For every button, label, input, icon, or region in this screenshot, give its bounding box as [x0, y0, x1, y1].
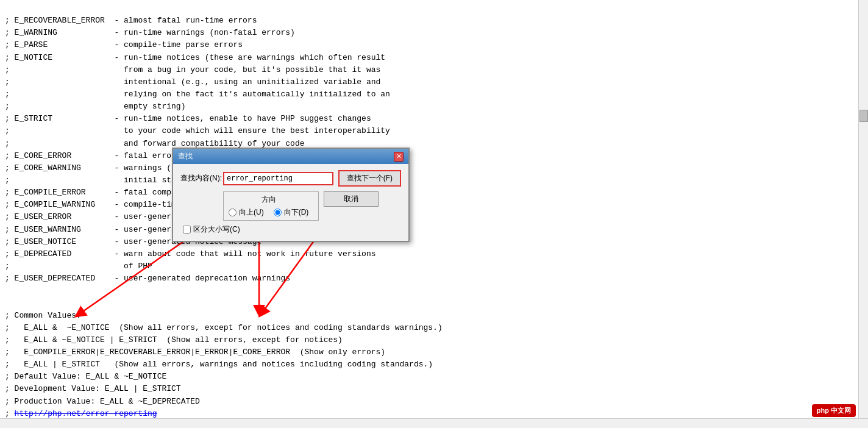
- case-sensitive-label: 区分大小写(C): [193, 224, 240, 235]
- dialog-body: 查找内容(N): 查找下一个(F) 方向 向上(U) 向下(D): [173, 164, 408, 241]
- direction-group-label: 方向: [229, 194, 308, 205]
- search-row: 查找内容(N): 查找下一个(F): [180, 170, 401, 187]
- text-line-21: ; of PHP: [5, 262, 152, 271]
- cancel-button[interactable]: 取消: [324, 191, 379, 207]
- text-line-cv1: ; E_ALL & ~E_NOTICE (Show all errors, ex…: [5, 323, 443, 332]
- main-text-area: ; E_RECOVERABLE_ERROR - almost fatal run…: [0, 0, 853, 421]
- text-line-common: ; Common Values:: [5, 311, 81, 320]
- text-line-cv3: ; E_COMPILE_ERROR|E_RECOVERABLE_ERROR|E_…: [5, 348, 385, 357]
- cancel-btn-area: 取消: [324, 191, 379, 207]
- url-link[interactable]: http://php.net/error-reporting: [15, 409, 157, 418]
- case-sensitive-checkbox[interactable]: [183, 226, 191, 234]
- text-line-1: ; E_RECOVERABLE_ERROR - almost fatal run…: [5, 16, 257, 25]
- horizontal-scrollbar[interactable]: [0, 418, 868, 428]
- text-line-dev: ; Development Value: E_ALL | E_STRICT: [5, 384, 181, 393]
- direction-options: 向上(U) 向下(D): [229, 207, 308, 218]
- text-line-14: ; initial startup: [5, 176, 195, 185]
- scrollbar-thumb[interactable]: [859, 110, 868, 122]
- text-line-2: ; E_WARNING - run-time warnings (non-fat…: [5, 28, 295, 37]
- php-logo-text: php: [817, 407, 829, 414]
- find-next-button[interactable]: 查找下一个(F): [338, 170, 401, 187]
- search-input[interactable]: [223, 172, 333, 185]
- vertical-scrollbar[interactable]: [858, 0, 868, 421]
- dialog-title: 查找: [178, 151, 193, 162]
- text-line-cv4: ; E_ALL | E_STRICT (Show all errors, war…: [5, 360, 433, 369]
- text-line-4: ; E_NOTICE - run-time notices (these are…: [5, 53, 385, 62]
- text-line-default: ; Default Value: E_ALL & ~E_NOTICE: [5, 372, 166, 381]
- text-line-url: ; http://php.net/error-reporting: [5, 409, 157, 418]
- direction-down-label: 向下(D): [284, 207, 309, 218]
- find-dialog[interactable]: 查找 ✕ 查找内容(N): 查找下一个(F) 方向 向上(U) 向下(D): [172, 148, 410, 242]
- direction-up-label: 向上(U): [239, 207, 264, 218]
- text-line-20: ; E_DEPRECATED - warn about code that wi…: [5, 249, 376, 259]
- text-line-prod: ; Production Value: E_ALL & ~E_DEPRECATE…: [5, 397, 200, 406]
- text-line-3: ; E_PARSE - compile-time parse errors: [5, 40, 243, 49]
- direction-row: 方向 向上(U) 向下(D) 取消: [180, 191, 401, 221]
- case-sensitive-row: 区分大小写(C): [183, 224, 401, 235]
- text-line-10: ; to your code which will ensure the bes…: [5, 126, 390, 135]
- text-line-11: ; and forward compatibility of your code: [5, 139, 304, 148]
- php-logo-suffix: 中文网: [831, 407, 851, 414]
- direction-group: 方向 向上(U) 向下(D): [223, 191, 319, 221]
- direction-up-option[interactable]: 向上(U): [229, 207, 264, 218]
- dialog-close-button[interactable]: ✕: [394, 152, 404, 162]
- text-line-6: ; intentional (e.g., using an uninitiali…: [5, 77, 380, 87]
- search-label: 查找内容(N):: [180, 173, 223, 184]
- dialog-titlebar[interactable]: 查找 ✕: [173, 149, 408, 164]
- direction-up-radio[interactable]: [229, 209, 237, 216]
- text-line-22: ; E_USER_DEPRECATED - user-generated dep…: [5, 274, 290, 283]
- direction-down-radio[interactable]: [274, 209, 282, 216]
- text-line-5: ; from a bug in your code, but it's poss…: [5, 65, 380, 74]
- text-line-8: ; empty string): [5, 102, 185, 111]
- php-logo: php 中文网: [812, 404, 856, 417]
- text-line-9: ; E_STRICT - run-time notices, enable to…: [5, 114, 371, 123]
- direction-down-option[interactable]: 向下(D): [274, 207, 309, 218]
- text-line-7: ; relying on the fact it's automatically…: [5, 90, 390, 99]
- text-line-cv2: ; E_ALL & ~E_NOTICE | E_STRICT (Show all…: [5, 335, 343, 344]
